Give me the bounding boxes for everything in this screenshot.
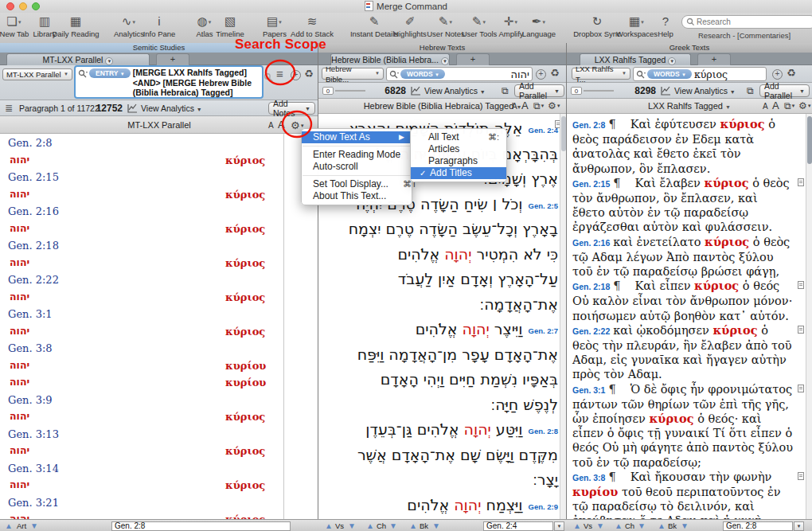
user-note-icon[interactable] [798,472,804,480]
toolbar-help[interactable]: ?Help [634,14,697,38]
add-search-term-icon[interactable]: + [291,70,301,80]
research-search-field[interactable] [681,15,812,29]
verse-ref[interactable]: Gen. 2:9 [529,502,559,511]
browse-hierarchy-icon[interactable]: ♻ [787,68,796,79]
toolbar-language[interactable]: ✒▼Language [508,14,570,38]
section-greek-texts[interactable]: Greek Texts [567,43,812,53]
prev-article-button[interactable]: ▲ [5,521,13,531]
middle-search-box[interactable]: WORDS ▼ יהוה [386,67,533,81]
left-search-query[interactable]: [MERGE LXX Rahlfs Tagged] <AND> [MERGE H… [133,68,260,98]
middle-search-query[interactable]: יהוה [447,68,529,80]
submenu-item-articles[interactable]: Articles [411,143,506,155]
paragraph-list-icon[interactable]: ≣ [5,103,13,114]
verse-ref[interactable]: Gen. 3:1 [8,308,53,320]
text-browser-icon[interactable]: ⧉ [747,85,754,96]
decrease-font-icon[interactable]: A [268,121,274,130]
next-article-button[interactable]: ▼ [30,521,38,531]
verse-ref[interactable]: Gen. 2:22 [8,274,59,286]
view-analytics-button[interactable]: View Analytics ▼ [141,103,202,113]
new-tab-button[interactable]: + [156,53,189,65]
display-settings-icon[interactable]: ⧉▼ [784,100,796,111]
user-note-icon[interactable] [798,326,804,334]
hebrew-hit[interactable]: יהוה [10,222,29,234]
pane-settings-gear-icon[interactable]: ⚙▼ [798,100,812,111]
left-column-divider[interactable] [283,134,284,519]
search-icon[interactable] [389,70,399,80]
submenu-item-add-titles[interactable]: ✓Add Titles [411,167,506,179]
middle-vs-up-button[interactable]: ▲ [325,521,333,531]
pane-divider[interactable] [318,43,318,531]
browse-hierarchy-icon[interactable]: ♻ [550,68,560,79]
greek-hit[interactable]: κύριος [225,154,265,166]
middle-content-title[interactable]: Hebrew Bible (Biblia Hebraica) Tagged ▼ [318,99,567,115]
greek-hit[interactable]: κυρίου [225,377,266,388]
toolbar-add-to-stack[interactable]: ≋Add to Stack [281,14,343,38]
verse-ref[interactable]: Gen. 2:5 [529,201,559,210]
hebrew-hit[interactable]: יהוה [10,478,29,490]
submenu-item-paragraphs[interactable]: Paragraphs [411,155,506,167]
increase-font-icon[interactable]: A [278,119,285,131]
submenu-item-all-text[interactable]: All Text⌘: [411,131,506,143]
view-analytics-button[interactable]: View Analytics ▼ [424,86,486,96]
hebrew-hit[interactable]: יהוה [10,325,29,337]
hebrew-hit[interactable]: יהוה [10,376,29,388]
browse-hierarchy-icon[interactable]: ♻ [304,68,314,80]
middle-module-selector[interactable]: Hebrew Bible...▼ [322,68,384,80]
greek-hit[interactable]: κύριος [225,445,265,457]
left-search-box[interactable]: ENTRY ▼ [MERGE LXX Rahlfs Tagged] <AND> … [74,65,264,99]
verse-ref[interactable]: Gen. 2:18 [572,282,610,291]
middle-vs-down-button[interactable]: ▼ [348,521,356,531]
new-tab-button[interactable]: + [697,53,731,65]
menu-item-about-this-text-[interactable]: About This Text... [302,190,412,202]
display-settings-icon[interactable]: ⧉▼ [533,100,545,111]
search-icon[interactable] [78,69,88,79]
right-ch-up-button[interactable]: ▲ [615,521,623,531]
right-vs-down-button[interactable]: ▼ [596,521,604,531]
add-parallel-button[interactable]: Add Parallel▼ [514,84,564,97]
tab-menu-icon[interactable]: ▼ [668,57,676,65]
hebrew-hit[interactable]: יהוה [10,256,29,268]
middle-bk-up-button[interactable]: ▲ [409,521,417,531]
add-notes-button[interactable]: Add Notes▼ [268,102,315,115]
right-search-query[interactable]: κύριος [694,68,763,80]
search-mode-pill[interactable]: WORDS ▼ [647,69,692,79]
menu-item-enter-reading-mode[interactable]: Enter Reading Mode^R [302,149,412,161]
hebrew-hit[interactable]: יהוה [10,444,29,456]
verse-ref[interactable]: Gen. 2:16 [572,238,610,248]
hebrew-hit[interactable]: יהוה [10,291,29,303]
right-goto-input[interactable] [723,521,793,531]
decrease-font-icon[interactable]: A [512,102,517,111]
add-parallel-button[interactable]: Add Parallel▼ [759,84,810,97]
greek-hit[interactable]: κύριος [225,189,265,201]
verse-ref[interactable]: Gen. 3:8 [8,342,53,354]
search-mode-pill[interactable]: WORDS ▼ [400,69,445,79]
right-scrollbar[interactable] [806,114,812,519]
goto-dropdown-icon[interactable]: ▼ [554,521,564,531]
tab-menu-icon[interactable]: ▼ [105,57,113,65]
user-note-icon[interactable] [798,385,804,392]
left-goto-input[interactable] [111,521,291,531]
left-module-selector[interactable]: MT-LXX Parallel▼ [2,68,72,80]
search-scope-icon[interactable]: ≡ [276,68,283,80]
verse-ref[interactable]: Gen. 2:8 [8,137,53,149]
verse-ref[interactable]: Gen. 2:8 [529,427,559,435]
menu-item-set-tool-display-[interactable]: Set Tool Display...⌘T [302,178,412,190]
greek-hit[interactable]: κύριος [225,326,265,338]
verse-ref[interactable]: Gen. 2:22 [572,326,610,336]
increase-font-icon[interactable]: A [772,100,779,111]
verse-ref[interactable]: Gen. 2:7 [529,326,559,335]
menu-item-show-text-as[interactable]: Show Text As▶ [302,131,412,143]
middle-ch-up-button[interactable]: ▲ [366,521,374,531]
middle-goto-input[interactable] [483,521,553,531]
context-slider[interactable]: 0 [571,87,614,95]
section-hebrew-texts[interactable]: Hebrew Texts [318,43,567,53]
search-mode-pill[interactable]: ENTRY ▼ [89,68,131,78]
context-slider[interactable]: 0 [322,87,365,95]
tab-mt-lxx-parallel[interactable]: MT-LXX Parallel▼ [6,53,150,65]
goto-dropdown-icon[interactable]: ▼ [794,521,804,531]
right-bk-up-button[interactable]: ▲ [658,521,666,531]
right-vs-up-button[interactable]: ▲ [573,521,581,531]
research-input[interactable] [695,17,812,27]
verse-ref[interactable]: Gen. 2:16 [8,205,59,217]
user-note-icon[interactable] [798,178,804,186]
